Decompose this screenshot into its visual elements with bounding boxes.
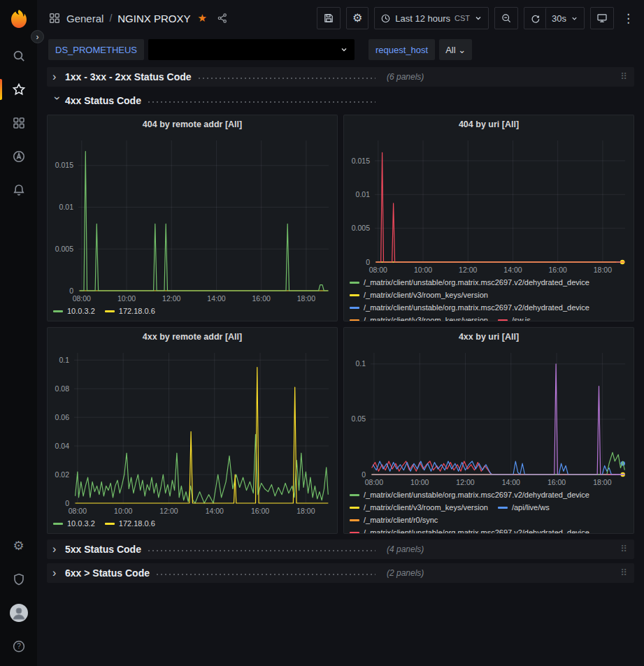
- clock-icon: [380, 13, 391, 24]
- refresh-interval-dropdown[interactable]: 30s: [545, 8, 584, 29]
- svg-text:0.06: 0.06: [55, 413, 70, 421]
- legend-swatch: [350, 532, 359, 533]
- legend-item[interactable]: /_matrix/client/unstable/org.matrix.msc2…: [350, 528, 589, 533]
- sidebar-item-configuration[interactable]: ⚙: [0, 529, 37, 563]
- dashboard-title[interactable]: NGINX PROXY: [117, 13, 190, 24]
- time-series-chart[interactable]: 00.0050.010.01508:0010:0012:0014:0016:00…: [344, 133, 634, 276]
- legend-label: 172.18.0.6: [119, 519, 155, 529]
- legend-label: /_matrix/client/unstable/org.matrix.msc2…: [364, 490, 589, 500]
- sidebar-item-starred[interactable]: [0, 73, 37, 106]
- time-picker[interactable]: Last 12 hours CST: [374, 7, 489, 29]
- row-drag-handle[interactable]: ⠿: [619, 546, 629, 553]
- kiosk-mode-button[interactable]: [590, 7, 614, 29]
- legend-item[interactable]: /_matrix/client/v3/room_keys/version: [350, 502, 488, 513]
- refresh-group: 30s: [524, 7, 585, 29]
- panel-4xx-by-remote-addr: 4xx by remote addr [All] 00.020.040.060.…: [47, 327, 338, 534]
- row-drag-handle[interactable]: ⠿: [619, 73, 629, 80]
- save-icon: [323, 13, 334, 24]
- breadcrumb: General / NGINX PROXY ★: [48, 12, 228, 24]
- legend-item[interactable]: 172.18.0.6: [105, 519, 155, 529]
- datasource-select[interactable]: [148, 39, 355, 60]
- time-range-label: Last 12 hours: [395, 13, 450, 24]
- legend-item[interactable]: /_matrix/client/unstable/org.matrix.msc2…: [350, 490, 589, 500]
- legend-swatch: [53, 523, 63, 525]
- legend-swatch: [350, 319, 359, 321]
- request-host-select[interactable]: All ⌄: [439, 39, 472, 60]
- svg-text:0.02: 0.02: [55, 470, 70, 479]
- zoom-out-icon: [501, 13, 512, 24]
- chart-legend: 10.0.3.2172.18.0.6: [48, 517, 337, 533]
- time-series-chart[interactable]: 00.020.040.060.080.108:0010:0012:0014:00…: [48, 346, 337, 517]
- sidebar-item-search[interactable]: [0, 39, 37, 73]
- sidebar-item-help[interactable]: ?: [0, 630, 37, 663]
- panel-404-by-remote-addr: 404 by remote addr [All] 00.0050.010.015…: [47, 115, 338, 321]
- panel-title[interactable]: 404 by remote addr [All]: [48, 115, 337, 133]
- zoom-out-button[interactable]: [494, 7, 518, 29]
- svg-text:0.01: 0.01: [59, 203, 74, 211]
- save-dashboard-button[interactable]: [317, 7, 341, 29]
- request-host-value: All ⌄: [445, 45, 466, 55]
- svg-text:0.005: 0.005: [55, 245, 73, 253]
- gear-icon: ⚙: [13, 540, 24, 552]
- svg-text:08:00: 08:00: [69, 507, 87, 515]
- legend-item[interactable]: /sw.js: [498, 315, 531, 321]
- svg-text:0.08: 0.08: [55, 384, 70, 393]
- legend-item[interactable]: 172.18.0.6: [105, 306, 155, 317]
- legend-label: /_matrix/client/unstable/org.matrix.msc2…: [364, 277, 589, 288]
- legend-label: 10.0.3.2: [67, 519, 95, 529]
- grafana-logo-icon: [7, 8, 31, 31]
- panel-title[interactable]: 4xx by remote addr [All]: [48, 328, 337, 346]
- sidebar-item-dashboards[interactable]: [0, 106, 37, 140]
- chevron-down-icon: [571, 15, 578, 22]
- legend-item[interactable]: /_matrix/client/r0/sync: [350, 515, 438, 526]
- legend-swatch: [105, 523, 115, 525]
- legend-label: /_matrix/client/v3/room_keys/version: [364, 315, 488, 321]
- svg-text:08:00: 08:00: [369, 266, 387, 274]
- svg-text:0: 0: [69, 287, 73, 295]
- svg-text:10:00: 10:00: [410, 478, 429, 486]
- more-options-button[interactable]: ⋮: [620, 7, 637, 29]
- row-header-1xx-3xx-2xx[interactable]: › 1xx - 3xx - 2xx Status Code (6 panels)…: [47, 67, 634, 87]
- sidebar-item-server-admin[interactable]: [0, 563, 37, 596]
- svg-text:?: ?: [17, 642, 21, 650]
- sidebar-item-profile[interactable]: [0, 596, 37, 630]
- legend-item[interactable]: /_matrix/client/unstable/org.matrix.msc2…: [350, 277, 589, 288]
- row-collapse-chevron: ›: [52, 71, 65, 82]
- row-header-4xx[interactable]: › 4xx Status Code: [47, 91, 634, 110]
- legend-swatch: [350, 494, 359, 496]
- navbar-actions: ⚙ Last 12 hours CST: [317, 7, 637, 29]
- breadcrumb-separator: /: [109, 13, 112, 24]
- row-drag-handle[interactable]: ⠿: [619, 570, 629, 577]
- panel-title[interactable]: 404 by uri [All]: [344, 115, 634, 133]
- row-header-6xx[interactable]: › 6xx > Status Code (2 panels) ⠿: [47, 563, 634, 583]
- time-series-chart[interactable]: 00.0050.010.01508:0010:0012:0014:0016:00…: [48, 133, 337, 305]
- sidebar-item-explore[interactable]: [0, 140, 37, 173]
- favorite-star-icon[interactable]: ★: [197, 12, 206, 24]
- svg-text:10:00: 10:00: [414, 266, 432, 274]
- breadcrumb-folder[interactable]: General: [66, 13, 103, 24]
- svg-text:0.01: 0.01: [356, 190, 371, 198]
- avatar: [10, 604, 28, 622]
- time-series-chart[interactable]: 00.050.108:0010:0012:0014:0016:0018:00: [344, 346, 634, 488]
- share-icon[interactable]: [217, 13, 228, 24]
- svg-text:16:00: 16:00: [251, 507, 269, 515]
- legend-swatch: [350, 507, 359, 509]
- svg-text:18:00: 18:00: [297, 294, 315, 303]
- monitor-icon: [596, 13, 608, 24]
- legend-item[interactable]: /_matrix/client/v3/room_keys/version: [350, 315, 488, 321]
- row-title: 6xx > Status Code: [65, 567, 150, 579]
- sidebar-item-alerting[interactable]: [0, 173, 37, 207]
- legend-item[interactable]: /_matrix/client/v3/room_keys/version: [350, 290, 488, 301]
- legend-item[interactable]: /api/live/ws: [498, 502, 550, 513]
- sidebar-expand-button[interactable]: ›: [31, 30, 44, 43]
- search-icon: [12, 49, 26, 63]
- legend-item[interactable]: 10.0.3.2: [53, 519, 95, 529]
- dashboard-settings-button[interactable]: ⚙: [346, 7, 368, 29]
- svg-text:0.04: 0.04: [55, 442, 70, 450]
- svg-text:0.015: 0.015: [55, 161, 73, 169]
- legend-item[interactable]: /_matrix/client/unstable/org.matrix.msc2…: [350, 303, 589, 313]
- panel-title[interactable]: 4xx by uri [All]: [344, 328, 634, 346]
- row-header-5xx[interactable]: › 5xx Status Code (4 panels) ⠿: [47, 540, 634, 559]
- refresh-button[interactable]: [524, 8, 545, 29]
- legend-item[interactable]: 10.0.3.2: [53, 306, 95, 317]
